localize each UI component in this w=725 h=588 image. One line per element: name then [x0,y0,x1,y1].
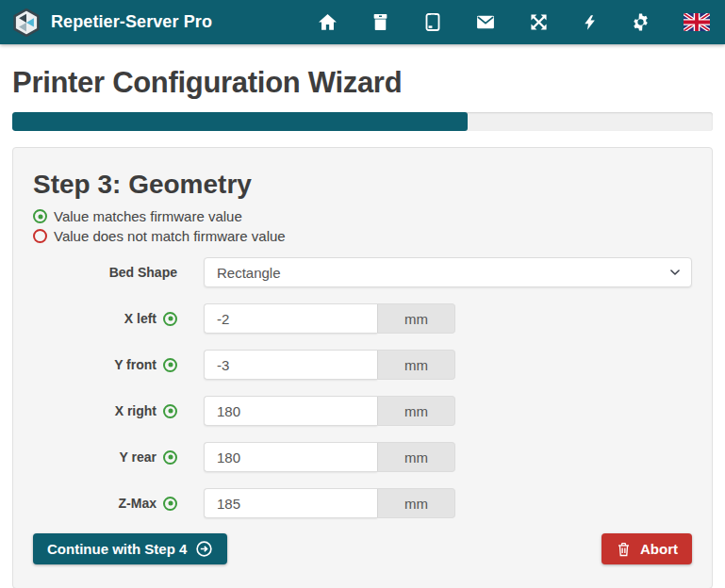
page-title: Printer Configuration Wizard [12,66,713,100]
geometry-field-row: Y rear mm [33,442,692,472]
abort-button-label: Abort [640,541,678,557]
match-icon [163,312,177,326]
mismatch-icon [33,229,47,243]
field-label: X left [124,311,157,326]
legend-match-row: Value matches firmware value [33,206,692,226]
continue-button[interactable]: Continue with Step 4 [33,533,227,564]
field-label: Z-Max [119,496,157,511]
bed-shape-row: Bed Shape Rectangle [33,257,692,287]
field-input[interactable] [204,350,377,380]
trash-icon [616,541,632,558]
actions-row: Continue with Step 4 Abort [33,533,692,564]
geometry-field-row: Z-Max mm [33,488,692,518]
match-icon [163,358,177,372]
brand-link[interactable]: Repetier-Server Pro [12,8,212,37]
wizard-progress-fill [12,112,468,131]
geometry-fields: X left mm Y front mm X right mm Y rear [33,303,692,518]
field-input[interactable] [204,488,377,518]
nav-icon-bar [318,12,710,33]
geometry-field-row: X left mm [33,303,692,334]
printer-box-icon[interactable] [371,12,390,32]
unit-addon: mm [377,442,455,472]
field-input[interactable] [204,303,377,334]
legend-mismatch-row: Value does not match firmware value [33,226,692,246]
step-title: Step 3: Geometry [33,169,692,201]
field-input[interactable] [204,442,377,472]
field-label: Y front [114,357,157,372]
unit-addon: mm [377,350,455,380]
settings-gear-icon[interactable] [631,12,651,32]
wizard-progress-bar [12,112,713,131]
arrow-right-circle-icon [195,540,213,558]
match-icon [163,497,177,511]
continue-button-label: Continue with Step 4 [47,541,187,557]
top-navbar: Repetier-Server Pro [0,0,725,44]
match-icon [163,450,177,465]
touchscreen-icon[interactable] [423,12,442,32]
brand-title: Repetier-Server Pro [51,12,212,32]
geometry-field-row: X right mm [33,396,692,426]
power-bolt-icon[interactable] [582,12,598,33]
legend-match-label: Value matches firmware value [54,208,242,224]
field-label: Y rear [120,449,157,465]
field-input[interactable] [204,396,377,426]
repetier-logo-icon [12,8,41,37]
bed-shape-label: Bed Shape [33,265,204,280]
unit-addon: mm [377,396,455,426]
geometry-field-row: Y front mm [33,350,692,380]
match-icon [33,209,47,223]
field-label: X right [115,403,157,418]
bed-shape-select[interactable]: Rectangle [204,257,692,287]
abort-button[interactable]: Abort [601,533,692,564]
language-flag-uk-icon[interactable] [684,13,710,31]
legend-mismatch-label: Value does not match firmware value [54,228,286,244]
unit-addon: mm [377,303,455,334]
unit-addon: mm [377,488,455,518]
firmware-legend: Value matches firmware value Value does … [33,206,692,246]
match-icon [163,404,177,418]
home-icon[interactable] [318,12,338,32]
step-card: Step 3: Geometry Value matches firmware … [12,147,713,588]
expand-arrows-icon[interactable] [529,12,549,32]
messages-icon[interactable] [475,12,496,32]
